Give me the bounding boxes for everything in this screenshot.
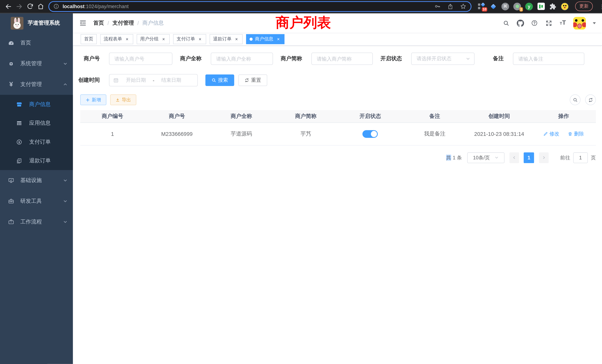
sidebar-item-merchant-info[interactable]: 商户信息 [0, 95, 73, 114]
breadcrumb-separator: / [108, 20, 109, 26]
table-header-row: 商户编号 商户号 商户全称 商户简称 开启状态 备注 创建时间 操作 [80, 110, 596, 122]
tags-view-bar: 首页 流程表单× 用户分组× 支付订单× 退款订单× 商户信息× [73, 33, 602, 46]
toggle-search-icon[interactable] [570, 95, 580, 105]
caret-down-icon[interactable] [592, 21, 596, 25]
page-size-select[interactable]: 10条/页 [467, 152, 505, 163]
add-button[interactable]: 新增 [80, 95, 106, 105]
tab-user-group[interactable]: 用户分组× [137, 34, 170, 44]
logo-image [11, 17, 23, 29]
reset-button[interactable]: 重置 [238, 75, 267, 86]
github-icon[interactable] [516, 19, 524, 27]
star-icon[interactable] [460, 3, 466, 10]
chevron-down-icon [63, 61, 68, 66]
tab-merchant-info[interactable]: 商户信息× [246, 34, 284, 44]
merchant-table: 商户编号 商户号 商户全称 商户简称 开启状态 备注 创建时间 操作 1 [80, 110, 596, 146]
sidebar-item-dev-tools[interactable]: 研发工具 [0, 191, 73, 212]
remark-label: 备注 [482, 55, 504, 62]
browser-menu-icon[interactable]: ⋮ [599, 3, 602, 10]
short-name-input[interactable] [311, 53, 373, 65]
goto-page-input[interactable] [573, 152, 588, 163]
breadcrumb-current: 商户信息 [142, 20, 164, 26]
help-icon[interactable] [531, 19, 538, 27]
back-icon[interactable] [3, 1, 14, 12]
breadcrumb-payment[interactable]: 支付管理 [112, 20, 134, 26]
cell-merchant-no: M233666999 [145, 122, 209, 145]
page-size-value: 10条/页 [473, 154, 490, 161]
info-icon[interactable] [53, 3, 59, 9]
share-icon[interactable] [447, 3, 453, 10]
sidebar-item-refund-orders[interactable]: 退款订单 [0, 151, 73, 170]
extension-icon-notifier[interactable]: 1 [513, 2, 521, 10]
close-icon[interactable]: × [161, 36, 166, 42]
forward-icon[interactable] [14, 1, 25, 12]
sidebar-item-home[interactable]: 首页 [0, 33, 73, 53]
merchant-no-input[interactable] [109, 53, 172, 65]
search-icon[interactable] [502, 19, 510, 27]
close-icon[interactable]: × [197, 36, 203, 42]
search-button[interactable]: 搜索 [205, 75, 234, 86]
status-select[interactable]: 请选择开启状态 [411, 53, 475, 65]
sidebar-item-system[interactable]: 系统管理 [0, 53, 73, 74]
breadcrumb-home[interactable]: 首页 [93, 20, 104, 26]
date-range-picker[interactable]: 开始日期 - 结束日期 [109, 74, 198, 86]
app-logo[interactable]: 芋道管理系统 [0, 13, 73, 33]
sidebar-item-infrastructure[interactable]: 基础设施 [0, 170, 73, 191]
font-size-icon[interactable]: TT [559, 19, 567, 27]
prev-page-button[interactable] [509, 152, 519, 163]
current-page-button[interactable]: 1 [524, 152, 534, 163]
export-button-label: 导出 [122, 96, 131, 103]
extension-icon-gem[interactable] [490, 2, 497, 10]
puzzle-extensions-icon[interactable] [549, 2, 557, 10]
sidebar-item-pay-orders[interactable]: 支付订单 [0, 132, 73, 151]
browser-update-button[interactable]: 更新 [575, 1, 593, 11]
tab-process-form[interactable]: 流程表单× [100, 34, 133, 44]
remark-input[interactable] [513, 53, 584, 65]
extension-icon-command[interactable]: ⌘ [501, 2, 509, 10]
sidebar-item-label: 退款订单 [29, 157, 51, 164]
home-icon[interactable] [35, 1, 46, 12]
address-bar[interactable]: localhost:1024/pay/merchant [48, 1, 472, 12]
edit-link[interactable]: 修改 [543, 130, 559, 137]
key-icon[interactable] [434, 3, 441, 10]
tab-refund-orders[interactable]: 退款订单× [210, 34, 243, 44]
close-icon[interactable]: × [234, 36, 239, 42]
yen-icon: ¥ [8, 81, 14, 87]
status-label: 开启状态 [380, 55, 402, 62]
user-avatar[interactable] [573, 17, 586, 29]
extension-icon-kanban[interactable] [537, 2, 545, 10]
tab-label: 支付订单 [177, 36, 195, 42]
delete-link[interactable]: 删除 [568, 130, 584, 137]
hamburger-icon[interactable] [79, 19, 87, 27]
chevron-down-icon [63, 178, 68, 183]
tab-home[interactable]: 首页 [81, 34, 97, 44]
close-icon[interactable]: × [276, 36, 281, 42]
sidebar-item-payment[interactable]: ¥ 支付管理 [0, 74, 73, 95]
tab-label: 退款订单 [213, 36, 232, 42]
reload-icon[interactable] [25, 1, 35, 12]
full-name-input[interactable] [211, 53, 273, 65]
page-content: 商户号 商户全称 商户简称 开启状态 请选择开启状态 [73, 46, 602, 163]
tab-pay-orders[interactable]: 支付订单× [173, 34, 206, 44]
close-icon[interactable]: × [124, 36, 130, 42]
refresh-icon[interactable] [585, 95, 596, 105]
breadcrumb-separator: / [137, 20, 139, 26]
tab-label: 流程表单 [104, 36, 122, 42]
url-path: :1024/pay/merchant [85, 3, 129, 9]
status-toggle[interactable] [363, 130, 378, 138]
filter-row-1: 商户号 商户全称 商户简称 开启状态 请选择开启状态 [80, 53, 596, 65]
start-date-placeholder: 开始日期 [122, 77, 150, 84]
sidebar-item-app-info[interactable]: 应用信息 [0, 114, 73, 132]
cell-create-time: 2021-10-23 08:31:14 [467, 122, 531, 145]
export-button[interactable]: 导出 [110, 95, 136, 105]
sidebar-item-workflow[interactable]: 工作流程 [0, 212, 73, 232]
extension-icon-y[interactable]: y [525, 2, 533, 10]
command-glyph: ⌘ [501, 2, 509, 10]
extension-icon-tabs[interactable]: 10 [478, 2, 485, 10]
end-date-placeholder: 结束日期 [157, 77, 185, 84]
fullscreen-icon[interactable] [545, 19, 552, 27]
sidebar-item-label: 商户信息 [29, 101, 51, 108]
next-page-button[interactable] [539, 152, 549, 163]
sidebar-item-label: 应用信息 [29, 119, 51, 126]
navbar-right-menu: TT [502, 17, 596, 29]
profile-avatar[interactable] [561, 2, 569, 10]
